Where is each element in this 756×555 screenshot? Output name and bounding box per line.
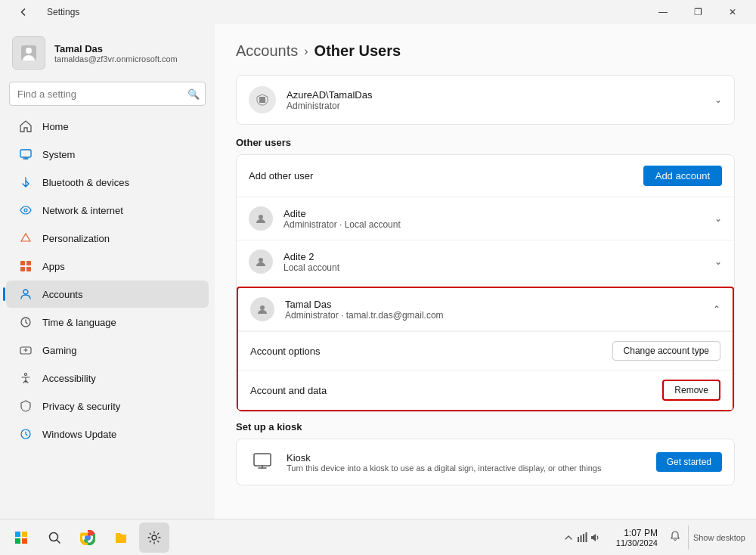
accounts-icon <box>18 287 33 302</box>
files-button[interactable] <box>106 522 136 553</box>
other-users-card: Add other user Add account Adite Adminis… <box>236 154 735 412</box>
system-clock[interactable]: 1:07 PM 11/30/2024 <box>612 528 662 547</box>
sidebar-item-label: Bluetooth & devices <box>42 177 129 188</box>
svg-rect-16 <box>15 532 20 537</box>
start-button[interactable] <box>6 522 36 553</box>
window-controls: — ❐ ✕ <box>646 0 750 24</box>
sidebar-item-label: Time & language <box>42 317 116 328</box>
remove-button[interactable]: Remove <box>662 380 720 401</box>
sidebar-item-label: Windows Update <box>42 429 116 440</box>
system-tray[interactable] <box>557 529 607 546</box>
svg-rect-6 <box>20 267 25 271</box>
sidebar-item-label: Accessibility <box>42 373 96 384</box>
admin-account-row[interactable]: AzureAD\TamalDas Administrator ⌄ <box>237 76 734 124</box>
user-sub-adite2: Local account <box>284 262 714 273</box>
get-started-button[interactable]: Get started <box>656 452 722 472</box>
admin-account-card: AzureAD\TamalDas Administrator ⌄ <box>236 75 735 125</box>
user-avatar-adite2 <box>249 250 273 274</box>
apps-icon <box>18 259 33 274</box>
svg-rect-25 <box>580 535 581 542</box>
change-account-type-button[interactable]: Change account type <box>612 341 720 361</box>
back-button[interactable] <box>6 0 41 24</box>
taskbar-right: 1:07 PM 11/30/2024 Show desktop <box>557 526 750 550</box>
kiosk-card: Kiosk Turn this device into a kiosk to u… <box>236 439 735 485</box>
sidebar-item-label: Personalization <box>42 233 110 244</box>
svg-point-3 <box>24 209 27 212</box>
user-row-adite2[interactable]: Adite 2 Local account ⌄ <box>237 240 734 284</box>
admin-avatar <box>249 86 276 113</box>
svg-point-20 <box>50 532 58 541</box>
clock-date: 11/30/2024 <box>616 538 658 547</box>
kiosk-title: Set up a kiosk <box>236 421 735 433</box>
notification-icon[interactable] <box>667 531 683 544</box>
admin-role: Administrator <box>287 101 714 111</box>
sidebar-item-accessibility[interactable]: Accessibility <box>6 364 209 392</box>
sidebar-item-label: Gaming <box>42 345 77 356</box>
titlebar: Settings — ❐ ✕ <box>0 0 756 24</box>
svg-rect-19 <box>22 538 27 544</box>
kiosk-description: Turn this device into a kiosk to use as … <box>287 464 656 473</box>
sidebar-item-bluetooth[interactable]: Bluetooth & devices <box>6 169 209 196</box>
sidebar-item-label: Apps <box>42 261 65 272</box>
user-sub-tamal: Administrator · tamal.tr.das@gmail.com <box>285 310 713 321</box>
user-row-adite[interactable]: Adite Administrator · Local account ⌄ <box>237 197 734 240</box>
user-name-adite: Adite <box>284 208 714 219</box>
settings-taskbar-button[interactable] <box>139 522 169 553</box>
svg-point-14 <box>260 305 265 310</box>
window-title: Settings <box>47 7 79 17</box>
maximize-button[interactable]: ❐ <box>680 0 715 24</box>
svg-point-13 <box>259 258 263 262</box>
sidebar-item-label: Network & internet <box>42 205 123 216</box>
clock-time: 1:07 PM <box>616 528 658 538</box>
bluetooth-icon <box>18 175 33 190</box>
sidebar-item-accounts[interactable]: Accounts <box>6 281 209 308</box>
search-input[interactable] <box>9 82 206 106</box>
other-users-title: Other users <box>236 137 735 148</box>
sidebar-item-label: Home <box>42 121 69 132</box>
sidebar-item-personalization[interactable]: Personalization <box>6 225 209 252</box>
chevron-down-icon: ⌄ <box>714 213 722 224</box>
kiosk-icon <box>249 448 276 476</box>
sidebar-item-gaming[interactable]: Gaming <box>6 336 209 364</box>
svg-point-1 <box>26 48 32 54</box>
breadcrumb-separator: › <box>304 45 308 58</box>
accessibility-icon <box>18 371 33 386</box>
show-desktop-button[interactable]: Show desktop <box>688 526 750 550</box>
svg-rect-4 <box>20 261 25 265</box>
app-container: Tamal Das tamaldas@zf3vr.onmicrosoft.com… <box>0 24 756 519</box>
sidebar-item-time[interactable]: Time & language <box>6 309 209 336</box>
chevron-down-icon: ⌄ <box>714 256 722 267</box>
svg-rect-7 <box>26 267 31 271</box>
account-options-row: Account options Change account type <box>238 331 733 370</box>
add-user-label: Add other user <box>249 170 313 181</box>
taskbar-left <box>6 522 169 553</box>
sidebar-item-home[interactable]: Home <box>6 113 209 140</box>
add-account-button[interactable]: Add account <box>643 166 722 186</box>
breadcrumb-parent[interactable]: Accounts <box>236 42 298 60</box>
minimize-button[interactable]: — <box>646 0 680 24</box>
sidebar-item-apps[interactable]: Apps <box>6 253 209 280</box>
user-info-tamal: Tamal Das Administrator · tamal.tr.das@g… <box>285 299 713 321</box>
volume-icon <box>590 532 601 543</box>
kiosk-row[interactable]: Kiosk Turn this device into a kiosk to u… <box>237 439 734 485</box>
user-avatar-adite <box>249 206 273 231</box>
sidebar-item-privacy[interactable]: Privacy & security <box>6 392 209 420</box>
system-icon <box>18 147 33 162</box>
account-options-label: Account options <box>250 346 321 357</box>
network-icon <box>18 203 33 218</box>
svg-point-23 <box>152 535 156 540</box>
user-row-tamal[interactable]: Tamal Das Administrator · tamal.tr.das@g… <box>238 288 733 331</box>
sidebar-item-system[interactable]: System <box>6 141 209 168</box>
titlebar-left: Settings <box>6 0 79 24</box>
search-button[interactable] <box>39 522 70 553</box>
svg-rect-2 <box>20 150 31 157</box>
breadcrumb: Accounts › Other Users <box>236 42 735 60</box>
sidebar-item-network[interactable]: Network & internet <box>6 197 209 224</box>
tamal-das-expanded-container: Tamal Das Administrator · tamal.tr.das@g… <box>237 287 734 411</box>
sidebar-item-windows-update[interactable]: Windows Update <box>6 420 209 448</box>
add-user-row: Add other user Add account <box>237 155 734 197</box>
svg-point-12 <box>259 215 263 219</box>
chrome-button[interactable] <box>73 522 103 553</box>
chevron-up-icon: ⌃ <box>713 304 720 315</box>
close-button[interactable]: ✕ <box>715 0 750 24</box>
